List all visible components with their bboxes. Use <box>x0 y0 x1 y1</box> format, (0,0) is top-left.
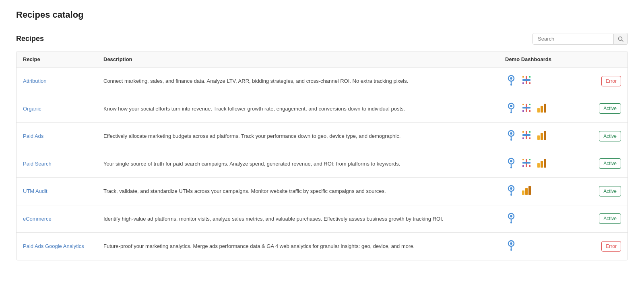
svg-rect-50 <box>544 159 546 168</box>
svg-point-3 <box>510 77 512 80</box>
svg-rect-46 <box>522 165 524 167</box>
svg-rect-34 <box>529 137 530 139</box>
recipe-link-attribution[interactable]: Attribution <box>23 78 47 84</box>
svg-rect-32 <box>529 131 530 133</box>
recipes-table: Recipe Description Demo Dashboards Attri… <box>17 51 627 260</box>
svg-point-63 <box>510 242 512 245</box>
demo-icons-paid-ads-ga <box>505 239 573 254</box>
recipe-description-attribution: Connect marketing, sales, and finance da… <box>97 68 499 95</box>
page-container: Recipes catalog Recipes Recipe Descripti… <box>0 0 644 270</box>
looker-icon[interactable] <box>505 129 517 143</box>
tableau-icon[interactable] <box>520 157 533 171</box>
col-header-demo: Demo Dashboards <box>499 51 579 68</box>
svg-rect-10 <box>522 82 524 84</box>
demo-icons-paid-search <box>505 157 573 171</box>
looker-icon[interactable] <box>505 102 517 116</box>
demo-icons-paid-ads <box>505 129 573 143</box>
powerbi-icon[interactable] <box>536 102 548 116</box>
svg-rect-17 <box>522 107 530 109</box>
svg-rect-57 <box>528 186 531 195</box>
table-body: AttributionConnect marketing, sales, and… <box>17 68 627 260</box>
status-badge-ecommerce: Active <box>599 213 621 224</box>
table-row: UTM AuditTrack, validate, and standardiz… <box>17 178 627 205</box>
tableau-icon[interactable] <box>520 102 533 116</box>
looker-icon[interactable] <box>505 157 517 171</box>
status-badge-attribution: Error <box>601 76 621 86</box>
demo-icons-ecommerce <box>505 212 573 226</box>
svg-point-41 <box>510 167 512 168</box>
svg-point-26 <box>510 132 512 135</box>
recipe-description-paid-ads-ga: Future-proof your marketing analytics. M… <box>97 233 499 260</box>
svg-line-1 <box>622 40 623 41</box>
tableau-icon[interactable] <box>520 74 533 88</box>
status-badge-paid-ads: Active <box>599 131 621 141</box>
tableau-icon[interactable] <box>520 129 533 143</box>
powerbi-icon[interactable] <box>536 157 548 171</box>
svg-point-28 <box>510 139 512 141</box>
recipes-header: Recipes <box>16 33 628 45</box>
recipe-link-utm-audit[interactable]: UTM Audit <box>23 188 47 194</box>
svg-rect-47 <box>529 165 530 167</box>
svg-rect-49 <box>541 161 543 168</box>
recipe-description-paid-ads: Effectively allocate marketing budgets a… <box>97 123 499 150</box>
col-header-status <box>579 51 627 68</box>
powerbi-icon[interactable] <box>536 129 548 143</box>
recipe-description-organic: Know how your social efforts turn into r… <box>97 95 499 123</box>
svg-rect-30 <box>522 134 530 136</box>
status-badge-organic: Active <box>599 103 621 114</box>
recipe-description-utm-audit: Track, validate, and standardize UTMs ac… <box>97 178 499 205</box>
svg-rect-31 <box>522 131 524 133</box>
search-input[interactable] <box>533 33 613 44</box>
recipe-link-ecommerce[interactable]: eCommerce <box>23 216 52 222</box>
recipe-link-paid-ads[interactable]: Paid Ads <box>23 133 43 139</box>
table-row: Paid AdsEffectively allocate marketing b… <box>17 123 627 150</box>
col-header-description: Description <box>97 51 499 68</box>
looker-icon[interactable] <box>505 239 517 254</box>
svg-point-59 <box>510 215 512 217</box>
demo-icons-organic <box>505 102 573 116</box>
status-badge-paid-ads-ga: Error <box>601 241 621 252</box>
table-row: AttributionConnect marketing, sales, and… <box>17 68 627 95</box>
svg-rect-22 <box>537 108 540 113</box>
svg-point-65 <box>510 249 512 251</box>
recipe-link-paid-ads-ga[interactable]: Paid Ads Google Analytics <box>23 243 84 249</box>
svg-point-13 <box>510 105 512 107</box>
looker-icon[interactable] <box>505 212 517 226</box>
svg-rect-36 <box>541 133 543 140</box>
table-row: eCommerceIdentify high-value ad platform… <box>17 205 627 233</box>
svg-rect-9 <box>529 76 530 78</box>
svg-rect-19 <box>529 104 530 105</box>
svg-rect-44 <box>522 159 524 160</box>
col-header-recipe: Recipe <box>17 51 97 68</box>
svg-rect-8 <box>522 76 524 78</box>
table-header-row: Recipe Description Demo Dashboards <box>17 51 627 68</box>
table-row: OrganicKnow how your social efforts turn… <box>17 95 627 123</box>
status-badge-utm-audit: Active <box>599 186 621 197</box>
recipes-section-label: Recipes <box>16 35 44 43</box>
powerbi-icon[interactable] <box>520 184 533 199</box>
looker-icon[interactable] <box>505 74 517 88</box>
svg-point-39 <box>510 160 512 162</box>
recipe-link-organic[interactable]: Organic <box>23 106 41 112</box>
svg-rect-23 <box>541 106 543 113</box>
svg-rect-33 <box>522 137 524 139</box>
table-outer: Recipe Description Demo Dashboards Attri… <box>16 51 628 260</box>
page-title: Recipes catalog <box>16 10 628 20</box>
demo-icons-utm-audit <box>505 184 573 199</box>
svg-rect-7 <box>522 79 530 81</box>
svg-rect-55 <box>522 190 524 195</box>
search-button[interactable] <box>613 34 627 44</box>
table-row: Paid SearchYour single source of truth f… <box>17 150 627 178</box>
svg-rect-21 <box>529 110 530 112</box>
recipe-link-paid-search[interactable]: Paid Search <box>23 161 52 167</box>
status-badge-paid-search: Active <box>599 158 621 169</box>
looker-icon[interactable] <box>505 184 517 199</box>
svg-rect-35 <box>537 135 540 140</box>
search-icon <box>618 36 623 42</box>
svg-point-52 <box>510 187 512 190</box>
svg-point-5 <box>510 84 512 86</box>
recipe-description-ecommerce: Identify high-value ad platforms, monito… <box>97 205 499 233</box>
search-box <box>533 33 628 45</box>
svg-rect-56 <box>525 188 528 195</box>
svg-rect-48 <box>537 163 540 168</box>
